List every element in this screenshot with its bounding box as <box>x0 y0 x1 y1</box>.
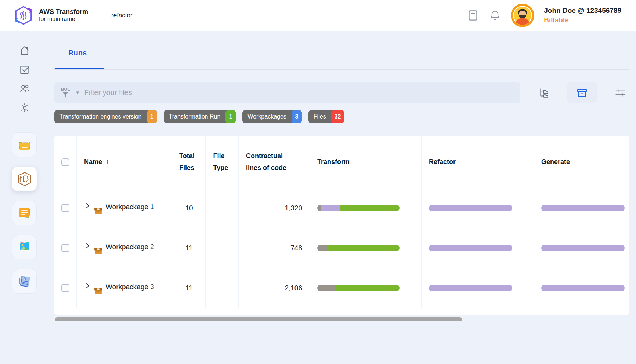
expand-chevron-icon[interactable] <box>84 283 91 289</box>
column-header-generate[interactable]: Generate <box>541 156 570 168</box>
brand-subtitle: for mainframe <box>39 16 88 22</box>
folder-documents-icon <box>17 138 32 152</box>
runs-table: Name ↑ Total Files File Type Contractual… <box>54 136 629 315</box>
tab-bar-divider <box>54 69 629 70</box>
chip-label: Workpackages <box>242 110 292 123</box>
expand-chevron-icon[interactable] <box>84 243 91 249</box>
column-header-contractual-loc[interactable]: Contractual lines of code <box>246 150 294 174</box>
contractual-loc-value: 2,106 <box>285 284 302 292</box>
row-checkbox[interactable] <box>61 244 69 252</box>
image-gallery-icon <box>17 240 32 254</box>
select-all-checkbox[interactable] <box>61 158 69 166</box>
chip-count-badge: 1 <box>147 110 157 123</box>
table-row-workpackage-3[interactable]: Workpackage 3 11 2,106 <box>54 268 629 308</box>
refactor-progress-bar <box>429 245 512 251</box>
table-row-workpackage-2[interactable]: Workpackage 2 11 748 <box>54 228 629 268</box>
refactor-progress-bar <box>429 285 512 291</box>
transform-progress-bar <box>317 285 400 291</box>
chip-label: Transformation engines version <box>54 110 147 123</box>
generate-progress-bar <box>541 245 625 251</box>
invoice-document-icon: $ <box>18 274 32 289</box>
settings-gear-icon[interactable] <box>19 102 30 113</box>
tile-transform-active[interactable] <box>12 167 37 191</box>
sort-ascending-icon[interactable]: ↑ <box>106 158 109 166</box>
filter-mode-caret-icon[interactable]: ▼ <box>75 90 80 95</box>
transform-progress-bar <box>317 205 400 211</box>
tile-notes[interactable] <box>12 201 37 225</box>
tile-billing[interactable]: $ <box>12 269 37 294</box>
main-content: Runs BQL ▼ <box>49 31 636 364</box>
users-icon[interactable] <box>19 83 30 94</box>
table-header-row: Name ↑ Total Files File Type Contractual… <box>54 136 629 188</box>
chip-label: Transformation Run <box>164 110 226 123</box>
chip-count-badge: 3 <box>292 110 302 123</box>
bql-filter-icon[interactable]: BQL <box>61 87 70 98</box>
chip-count-badge: 32 <box>331 110 344 123</box>
column-header-total-files[interactable]: Total Files <box>179 150 199 174</box>
column-header-name[interactable]: Name <box>84 156 102 168</box>
contractual-loc-value: 1,320 <box>285 204 302 212</box>
filter-chips-row: Transformation engines version 1 Transfo… <box>54 110 344 123</box>
transform-progress-bar <box>317 245 400 251</box>
chip-workpackages[interactable]: Workpackages 3 <box>242 110 302 123</box>
row-checkbox[interactable] <box>61 204 69 212</box>
workpackage-name[interactable]: Workpackage 1 <box>106 201 154 212</box>
left-sidebar: $ <box>0 31 49 364</box>
total-files-value: 11 <box>185 244 193 252</box>
tab-runs[interactable]: Runs <box>68 49 87 57</box>
expand-chevron-icon[interactable] <box>84 203 91 209</box>
user-avatar[interactable] <box>511 4 534 27</box>
workpackage-box-icon <box>94 206 103 215</box>
archive-view-button[interactable] <box>567 82 597 103</box>
column-header-file-type[interactable]: File Type <box>213 150 231 174</box>
tasks-icon[interactable] <box>19 64 30 75</box>
generate-progress-bar <box>541 205 625 211</box>
bql-mode-label: BQL <box>61 87 70 91</box>
chip-count-badge: 1 <box>225 110 236 123</box>
app-name: refactor <box>111 12 133 19</box>
billing-status: Billable <box>544 15 621 25</box>
sticky-notes-icon <box>17 206 32 220</box>
notifications-bell-icon[interactable] <box>489 9 501 22</box>
chip-transformation-engines-version[interactable]: Transformation engines version 1 <box>54 110 157 123</box>
column-header-transform[interactable]: Transform <box>317 156 350 168</box>
row-checkbox[interactable] <box>61 284 69 292</box>
total-files-value: 11 <box>185 284 193 292</box>
aws-transform-logo-icon <box>13 5 34 26</box>
user-name: John Doe @ 123456789 <box>544 6 621 15</box>
chip-transformation-run[interactable]: Transformation Run 1 <box>164 110 236 123</box>
top-header: AWS Transform for mainframe refactor <box>0 0 636 31</box>
chip-label: Files <box>308 110 331 123</box>
column-header-refactor[interactable]: Refactor <box>429 156 456 168</box>
contractual-loc-value: 748 <box>290 244 302 252</box>
avatar-illustration <box>513 6 532 25</box>
tile-images[interactable] <box>12 235 37 259</box>
tab-bar: Runs <box>54 49 629 57</box>
brand-title: AWS Transform <box>39 8 88 16</box>
total-files-value: 10 <box>185 204 193 212</box>
settings-sliders-button[interactable] <box>612 85 628 101</box>
workpackage-box-icon <box>94 286 103 295</box>
home-icon[interactable] <box>19 45 30 56</box>
tile-file-explorer[interactable] <box>12 132 37 157</box>
workpackage-name[interactable]: Workpackage 2 <box>106 241 154 252</box>
hexagon-brain-icon <box>17 171 32 187</box>
brand-divider <box>100 7 100 23</box>
workpackage-box-icon <box>94 246 103 255</box>
refactor-progress-bar <box>429 205 512 211</box>
filter-input[interactable] <box>84 88 514 97</box>
tree-view-button[interactable] <box>536 85 552 101</box>
generate-progress-bar <box>541 285 625 291</box>
table-row-workpackage-1[interactable]: Workpackage 1 10 1,320 <box>54 188 629 228</box>
brand-logo-block: AWS Transform for mainframe refactor <box>13 5 133 26</box>
horizontal-scrollbar-thumb[interactable] <box>55 317 462 321</box>
workpackage-name[interactable]: Workpackage 3 <box>106 281 154 292</box>
documentation-icon[interactable] <box>467 9 479 22</box>
chip-files[interactable]: Files 32 <box>308 110 344 123</box>
horizontal-scrollbar <box>55 317 629 322</box>
filter-bar[interactable]: BQL ▼ <box>54 82 520 103</box>
app-window: AWS Transform for mainframe refactor <box>0 0 636 364</box>
